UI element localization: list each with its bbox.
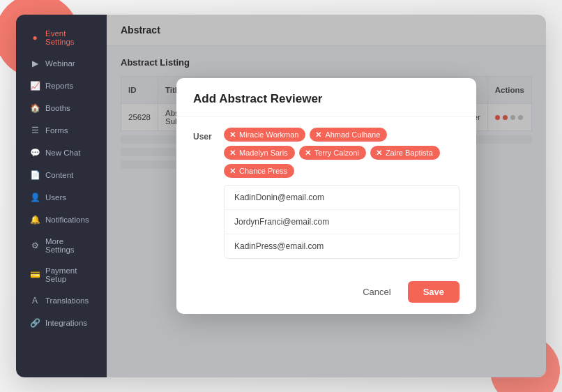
users-icon: 👤 <box>30 193 40 202</box>
sidebar-item-payment-setup[interactable]: 💳 Payment Setup <box>20 261 102 289</box>
sidebar-item-label: Integrations <box>45 319 87 327</box>
sidebar-item-label: Users <box>45 193 66 202</box>
sidebar-item-label: Content <box>45 171 73 179</box>
tag-zaire-baptista[interactable]: ✕ Zaire Baptista <box>370 146 440 160</box>
sidebar-item-label: Payment Setup <box>45 266 93 283</box>
save-button[interactable]: Save <box>408 281 460 303</box>
sidebar-item-label: Notifications <box>45 216 89 224</box>
payment-icon: 💳 <box>30 270 40 280</box>
dropdown-item-3[interactable]: KadinPress@email.com <box>225 234 459 258</box>
modal-title: Add Abstract Reviewer <box>193 92 322 105</box>
tag-ahmad-culhane[interactable]: ✕ Ahmad Culhane <box>310 128 387 142</box>
tag-label: Chance Press <box>239 167 287 175</box>
more-settings-icon: ⚙ <box>30 241 40 250</box>
app-container: ● Event Settings ▶ Webinar 📈 Reports 🏠 B… <box>16 15 546 377</box>
sidebar: ● Event Settings ▶ Webinar 📈 Reports 🏠 B… <box>16 15 107 377</box>
tag-label: Miracle Workman <box>239 130 298 139</box>
tag-terry-calzoni[interactable]: ✕ Terry Calzoni <box>299 146 366 160</box>
tag-label: Ahmad Culhane <box>325 130 380 139</box>
sidebar-item-translations[interactable]: A Translations <box>20 290 102 311</box>
sidebar-item-integrations[interactable]: 🔗 Integrations <box>20 312 102 333</box>
tag-chance-press[interactable]: ✕ Chance Press <box>224 164 294 178</box>
tag-label: Madelyn Saris <box>239 149 288 157</box>
sidebar-item-webinar[interactable]: ▶ Webinar <box>20 53 102 74</box>
sidebar-item-content[interactable]: 📄 Content <box>20 165 102 186</box>
sidebar-item-notifications[interactable]: 🔔 Notifications <box>20 209 102 230</box>
user-field-label: User <box>193 128 215 142</box>
tag-madelyn-saris[interactable]: ✕ Madelyn Saris <box>224 146 295 160</box>
content-icon: 📄 <box>30 170 40 180</box>
sidebar-item-label: More Settings <box>45 237 93 254</box>
sidebar-item-label: New Chat <box>45 149 81 157</box>
modal-overlay: Add Abstract Reviewer User ✕ Miracle Wor… <box>107 15 546 377</box>
sidebar-item-event-settings[interactable]: ● Event Settings <box>20 24 102 52</box>
sidebar-item-more-settings[interactable]: ⚙ More Settings <box>20 232 102 259</box>
modal-header: Add Abstract Reviewer <box>176 78 476 116</box>
modal-body: User ✕ Miracle Workman ✕ Ahmad Culhane <box>176 116 476 273</box>
sidebar-item-label: Event Settings <box>45 29 93 46</box>
dropdown-item-2[interactable]: JordynFranci@email.com <box>225 210 459 234</box>
tag-remove-icon: ✕ <box>229 167 236 175</box>
translations-icon: A <box>30 296 40 306</box>
add-reviewer-modal: Add Abstract Reviewer User ✕ Miracle Wor… <box>176 78 476 314</box>
tag-label: Terry Calzoni <box>314 149 359 157</box>
chat-icon: 💬 <box>30 148 40 158</box>
sidebar-item-users[interactable]: 👤 Users <box>20 187 102 208</box>
tag-remove-icon: ✕ <box>376 149 382 157</box>
dropdown-item-1[interactable]: KadinDonin@email.com <box>225 186 459 210</box>
notifications-icon: 🔔 <box>30 215 40 225</box>
webinar-icon: ▶ <box>30 59 40 68</box>
reports-icon: 📈 <box>30 81 40 91</box>
user-field-row: User ✕ Miracle Workman ✕ Ahmad Culhane <box>193 128 460 178</box>
sidebar-item-label: Booths <box>45 104 70 112</box>
tag-remove-icon: ✕ <box>305 149 311 157</box>
modal-footer: Cancel Save <box>176 273 476 314</box>
user-dropdown-list: KadinDonin@email.com JordynFranci@email.… <box>224 185 460 259</box>
forms-icon: ☰ <box>30 126 40 135</box>
sidebar-item-booths[interactable]: 🏠 Booths <box>20 98 102 119</box>
tag-remove-icon: ✕ <box>315 131 321 139</box>
integrations-icon: 🔗 <box>30 318 40 328</box>
cancel-button[interactable]: Cancel <box>354 282 399 301</box>
main-content: Abstract Abstract Listing ID Title Start… <box>107 15 546 377</box>
sidebar-item-label: Translations <box>45 296 89 305</box>
sidebar-item-new-chat[interactable]: 💬 New Chat <box>20 142 102 163</box>
tags-container: ✕ Miracle Workman ✕ Ahmad Culhane ✕ Made <box>224 128 460 178</box>
sidebar-item-label: Reports <box>45 82 73 90</box>
sidebar-item-label: Forms <box>45 126 68 135</box>
tag-label: Zaire Baptista <box>386 149 433 157</box>
event-settings-icon: ● <box>30 33 40 43</box>
tag-miracle-workman[interactable]: ✕ Miracle Workman <box>224 128 305 142</box>
booths-icon: 🏠 <box>30 103 40 113</box>
tag-remove-icon: ✕ <box>229 131 236 139</box>
sidebar-item-label: Webinar <box>45 59 75 68</box>
sidebar-item-forms[interactable]: ☰ Forms <box>20 120 102 141</box>
sidebar-item-reports[interactable]: 📈 Reports <box>20 75 102 96</box>
tag-remove-icon: ✕ <box>229 149 236 157</box>
